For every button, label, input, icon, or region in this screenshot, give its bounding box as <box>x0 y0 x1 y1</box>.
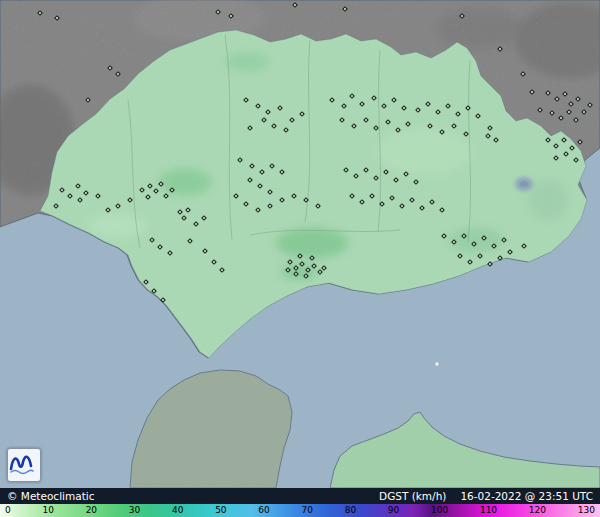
color-scale: 0102030405060708090100110120130 <box>0 504 600 517</box>
scale-ticks: 0102030405060708090100110120130 <box>0 504 600 517</box>
weather-map-screen: © Meteoclimatic DGST (km/h) 16-02-2022 @… <box>0 0 600 517</box>
scale-tick-label: 90 <box>388 504 399 517</box>
scale-tick-label: 120 <box>529 504 546 517</box>
scale-tick-label: 130 <box>578 504 595 517</box>
scale-tick-label: 40 <box>172 504 183 517</box>
timestamp-label: 16-02-2022 @ 23:51 UTC <box>460 488 593 504</box>
scale-tick-label: 110 <box>480 504 497 517</box>
scale-tick-label: 50 <box>215 504 226 517</box>
scale-tick-label: 60 <box>258 504 269 517</box>
texture-overlay <box>0 0 600 488</box>
info-bar: © Meteoclimatic DGST (km/h) 16-02-2022 @… <box>0 488 600 504</box>
copyright-label: © Meteoclimatic <box>7 488 94 504</box>
scale-tick-label: 100 <box>431 504 448 517</box>
scale-tick-label: 30 <box>129 504 140 517</box>
scale-tick-label: 0 <box>5 504 11 517</box>
variable-label: DGST (km/h) <box>379 488 446 504</box>
scale-tick-label: 80 <box>345 504 356 517</box>
base-map <box>0 0 600 488</box>
scale-tick-label: 20 <box>86 504 97 517</box>
scale-tick-label: 70 <box>301 504 312 517</box>
meteoclimatic-logo[interactable] <box>7 448 41 482</box>
wave-m-icon <box>8 449 34 475</box>
scale-tick-label: 10 <box>42 504 53 517</box>
map-canvas <box>0 0 600 488</box>
